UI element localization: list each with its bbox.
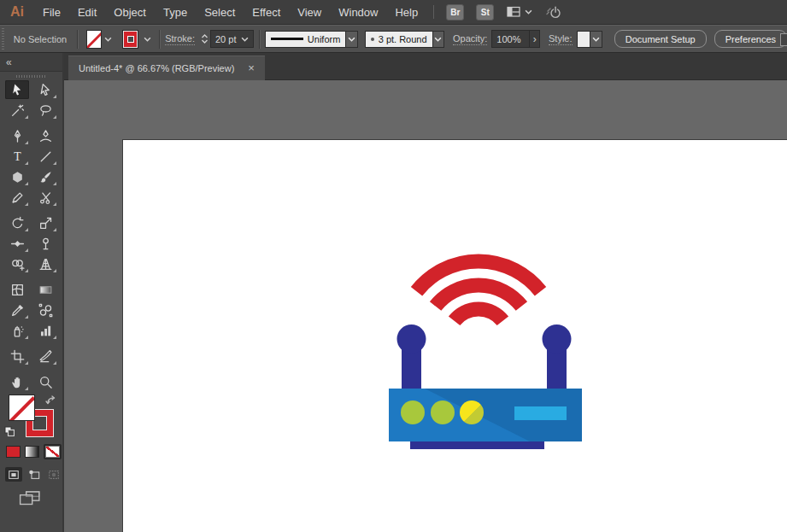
- mesh-tool[interactable]: [5, 280, 29, 299]
- menu-effect[interactable]: Effect: [244, 6, 289, 19]
- stroke-weight-field[interactable]: 20 pt: [210, 30, 254, 48]
- magic-wand-tool[interactable]: [5, 101, 29, 120]
- menu-select[interactable]: Select: [196, 6, 244, 19]
- line-segment-tool[interactable]: [33, 147, 57, 166]
- menu-object[interactable]: Object: [105, 6, 155, 19]
- tools-panel: « T: [0, 53, 64, 532]
- opacity-field[interactable]: 100%: [491, 30, 530, 48]
- menu-type[interactable]: Type: [155, 6, 196, 19]
- eyedropper-tool[interactable]: [5, 301, 29, 319]
- color-button[interactable]: [6, 446, 21, 458]
- shape-builder-tool[interactable]: [5, 254, 29, 273]
- menu-window[interactable]: Window: [330, 6, 386, 19]
- none-button[interactable]: [44, 444, 62, 459]
- width-profile-dropdown[interactable]: Uniform: [265, 31, 347, 48]
- brush-definition-dropdown[interactable]: 3 pt. Round: [365, 31, 433, 48]
- swap-fill-stroke-icon[interactable]: [45, 394, 57, 409]
- router-illustration[interactable]: [376, 239, 598, 461]
- fill-indicator[interactable]: [9, 395, 35, 421]
- opacity-value: 100%: [496, 34, 520, 44]
- canvas-pasteboard[interactable]: [64, 80, 787, 532]
- puppet-warp-tool[interactable]: [33, 234, 57, 253]
- tools-panel-header: «: [0, 53, 62, 72]
- menu-edit[interactable]: Edit: [69, 6, 105, 19]
- router-body-group[interactable]: [389, 389, 582, 449]
- zoom-tool[interactable]: [33, 372, 57, 391]
- gradient-tool[interactable]: [33, 280, 57, 299]
- antenna-right-knob[interactable]: [543, 324, 572, 354]
- draw-normal-mode-icon[interactable]: [5, 467, 22, 482]
- opacity-panel-link[interactable]: Opacity:: [453, 33, 487, 45]
- width-tool[interactable]: [5, 234, 29, 253]
- selection-tool[interactable]: [5, 80, 29, 99]
- blend-tool[interactable]: [33, 301, 57, 319]
- stroke-color-swatch[interactable]: [123, 31, 138, 48]
- tab-close-icon[interactable]: ×: [248, 62, 255, 73]
- pen-tool[interactable]: [5, 126, 29, 145]
- polygon-tool[interactable]: [5, 167, 29, 186]
- wifi-arc-inner[interactable]: [455, 309, 503, 321]
- document-tab-bar: Untitled-4* @ 66.67% (RGB/Preview) ×: [64, 53, 787, 80]
- width-profile-chevron-icon[interactable]: [346, 31, 357, 48]
- led-1[interactable]: [401, 400, 425, 424]
- style-panel-link[interactable]: Style:: [549, 33, 573, 45]
- lasso-tool[interactable]: [33, 101, 57, 120]
- panel-menu-icon-clipped[interactable]: [780, 33, 787, 46]
- tools-panel-grip[interactable]: [0, 72, 62, 80]
- default-fill-stroke-icon[interactable]: [4, 424, 15, 440]
- direct-selection-tool[interactable]: [33, 80, 57, 99]
- led-2[interactable]: [431, 400, 455, 424]
- screen-mode-button[interactable]: [0, 482, 62, 511]
- collapse-panel-icon[interactable]: «: [6, 56, 12, 68]
- tool-row: T: [0, 147, 62, 166]
- wifi-signal[interactable]: [417, 261, 541, 321]
- router-antennas[interactable]: [397, 324, 572, 390]
- stroke-weight-stepper[interactable]: [199, 34, 210, 44]
- display-bar[interactable]: [514, 406, 567, 420]
- stock-button[interactable]: St: [476, 4, 494, 20]
- scale-tool[interactable]: [33, 213, 57, 232]
- color-type-buttons: [0, 439, 62, 459]
- touch-workspace-icon[interactable]: [544, 4, 561, 20]
- style-chevron-icon[interactable]: [590, 31, 602, 48]
- fill-color-swatch[interactable]: [86, 30, 103, 49]
- shaper-tool[interactable]: [5, 188, 29, 207]
- tool-row: [0, 372, 62, 391]
- type-tool[interactable]: T: [5, 147, 29, 166]
- width-profile-value: Uniform: [308, 34, 341, 44]
- gradient-button[interactable]: [25, 446, 39, 458]
- fill-dropdown-chevron-icon[interactable]: [102, 37, 115, 42]
- tool-row: [0, 167, 62, 186]
- document-tab[interactable]: Untitled-4* @ 66.67% (RGB/Preview) ×: [68, 56, 265, 80]
- draw-inside-mode-icon[interactable]: [45, 467, 62, 482]
- menu-view[interactable]: View: [289, 6, 330, 19]
- style-swatch[interactable]: [577, 31, 591, 48]
- rotate-tool[interactable]: [5, 213, 29, 232]
- symbol-sprayer-tool[interactable]: [5, 321, 29, 340]
- column-graph-tool[interactable]: [33, 321, 57, 340]
- curvature-tool[interactable]: [33, 126, 57, 145]
- menu-file[interactable]: File: [34, 6, 69, 19]
- artboard[interactable]: [122, 139, 787, 532]
- stroke-panel-link[interactable]: Stroke:: [165, 33, 195, 45]
- led-3[interactable]: [460, 400, 484, 424]
- brush-definition-chevron-icon[interactable]: [433, 31, 444, 48]
- hand-tool[interactable]: [5, 372, 29, 391]
- control-bar-grip[interactable]: [2, 28, 7, 50]
- slice-tool[interactable]: [33, 347, 57, 365]
- bridge-button[interactable]: Br: [446, 4, 464, 20]
- menu-help[interactable]: Help: [386, 6, 426, 19]
- stroke-dropdown-chevron-icon[interactable]: [141, 37, 154, 42]
- opacity-arrow-button[interactable]: ›: [530, 30, 540, 48]
- perspective-grid-tool[interactable]: [33, 254, 57, 273]
- antenna-left-knob[interactable]: [397, 324, 426, 354]
- paintbrush-tool[interactable]: [33, 167, 57, 186]
- scissors-tool[interactable]: [33, 188, 57, 207]
- control-bar: No Selection Stroke: 20 pt Uniform 3 pt.…: [0, 25, 787, 53]
- document-setup-button[interactable]: Document Setup: [614, 30, 707, 48]
- draw-behind-mode-icon[interactable]: [26, 467, 43, 482]
- workspace-switcher-icon[interactable]: [506, 5, 532, 19]
- drawing-mode-buttons: [0, 459, 62, 482]
- artboard-tool[interactable]: [5, 347, 29, 365]
- preferences-button[interactable]: Preferences: [714, 30, 787, 48]
